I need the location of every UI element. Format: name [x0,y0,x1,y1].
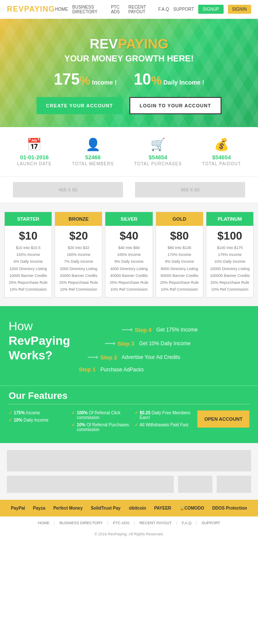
feature-ref-click: ✓ 100% Of Referral Click commission [71,410,130,420]
hero-stats: 175% Income ! 10% Daily Income ! [9,70,249,88]
signup-button[interactable]: SIGNUP [198,5,223,14]
plan-gold-features: $80 Into $136170% Income9% Daily Income8… [156,244,203,293]
plan-starter: STARTER $10 $10 Into $15.5155% Income6% … [4,212,52,298]
payeer-logo: PAYEER [154,506,171,510]
check-icon-2: ✓ [9,418,12,422]
how-works-section: HowRevPayingWorks? ⟶ Step 4 Get 175% Inc… [0,306,258,386]
check-icon-6: ✓ [135,422,138,427]
divider-1: | [54,521,55,525]
hero-subtitle: YOUR MONEY GROWTH HERE! [9,54,249,64]
plan-silver: SILVER $40 $40 Into $66165% Income8% Dai… [105,212,153,298]
hero-stat-income: 175% Income ! [54,70,117,88]
footer-links: HOME | BUSINESS DIRECTORY | PTC ADS | RE… [0,516,258,529]
bitcoin-logo: ⊙bitcoin [129,506,146,510]
hero-paying: PAYING [118,36,168,52]
plan-gold-price: $80 [156,229,203,243]
check-icon-5: ✓ [135,410,138,415]
pricing-table: STARTER $10 $10 Into $15.5155% Income6% … [4,212,254,298]
stat-purchases: 🛒 $54654 TOTAL PURCHASES [134,137,182,166]
stat-purchases-val: $54654 [134,154,182,161]
stat-members: 👤 52466 TOTAL MEMBERS [72,137,114,166]
features-col1: ✓ 175% Income ✓ 10% Daily Income [9,410,67,425]
feature-free-earn-val: $0.20 Daily Free Members Earn! [140,410,193,420]
plan-silver-features: $40 Into $66165% Income8% Daily Income40… [105,244,152,293]
footer-home[interactable]: HOME [38,521,49,525]
step1: Step 1 Purchase AdPacks [79,366,249,373]
plan-platinum-header: PLATINUM [206,212,253,226]
plan-gold-header: GOLD [156,212,203,226]
feature-income-val: 175% Income [14,410,40,415]
footer-copyright: © 2016 RevPaying. All Rights Reserved. [0,529,258,539]
stat-income-pct: % [80,74,90,87]
divider-5: | [196,521,197,525]
calendar-icon: 📅 [17,137,52,152]
nav-payout[interactable]: RECENT PAYOUT [129,5,154,14]
divider-3: | [134,521,135,525]
step4-desc: Get 175% Income [155,327,197,333]
step2-label: Step 2 [100,354,117,361]
step2: ⟶ Step 2 Advertise Your Ad Credits [87,352,249,362]
stat-daily-lbl: Daily Income ! [163,79,204,86]
paypal-logo: PayPal [11,506,25,510]
footer-ptcads[interactable]: PTC ADS [113,521,129,525]
brand-rev: REV [7,5,24,13]
nav-ptcads[interactable]: PTC ADS [111,5,124,14]
stats-row: 📅 01-01-2016 LAUNCH DATE 👤 52466 TOTAL M… [0,127,258,177]
stat-paidout-val: $54654 [202,154,241,161]
feature-withdrawals: ✓ All Withdrawals Paid Fast [135,422,193,427]
brand-logo: REVPAYING [7,5,55,14]
create-account-button[interactable]: CREATE YOUR ACCOUNT [37,97,123,114]
step3-label: Step 3 [117,340,134,347]
plan-bronze-features: $20 Into $32160% Income7% Daily Income20… [55,244,102,293]
stat-members-lbl: TOTAL MEMBERS [72,161,114,166]
features-grid: ✓ 175% Income ✓ 10% Daily Income ✓ 100% … [9,410,249,434]
plan-gold: GOLD $80 $80 Into $136170% Income9% Dail… [156,212,203,298]
feature-daily: ✓ 10% Daily Income [9,418,67,422]
payza-logo: Payza [33,506,45,510]
plan-starter-price: $10 [5,229,52,243]
step2-desc: Advertise Your Ad Credits [120,354,180,360]
step3-desc: Get 10% Daily Income [138,340,190,346]
features-section: Our Features ✓ 175% Income ✓ 10% Daily I… [0,386,258,443]
ddos-logo: DDOS Protection [212,506,247,510]
stat-launch: 📅 01-01-2016 LAUNCH DATE [17,137,52,166]
feature-free-earn: ✓ $0.20 Daily Free Members Earn! [135,410,193,420]
signin-button[interactable]: SIGNIN [228,5,251,14]
login-button[interactable]: LOGIN TO YOUR ACCOUNT [129,97,221,114]
paidout-icon: 💰 [202,137,241,152]
features-title: Our Features [9,390,249,404]
step3: ⟶ Step 3 Get 10% Daily Income [104,339,249,348]
ad-banner-2: 468 X 60 [135,182,245,197]
footer-support[interactable]: SUPPORT [202,521,220,525]
hero-buttons: CREATE YOUR ACCOUNT LOGIN TO YOUR ACCOUN… [9,97,249,114]
footer-faq[interactable]: F.A.Q [182,521,192,525]
plan-platinum-features: $100 Into $175175% Income10% Daily Incom… [206,244,253,293]
plan-silver-price: $40 [105,229,152,243]
nav-support[interactable]: SUPPORT [173,7,194,12]
how-title: HowRevPayingWorks? [9,319,70,362]
footer-directory[interactable]: BUSINESS DIRECTORY [59,521,103,525]
nav-faq[interactable]: F.A.Q [158,7,169,12]
brand-paying: PAYING [24,5,55,13]
step4-arrow: ⟶ [122,325,133,334]
open-account-button[interactable]: OPEN ACCOUNT [197,410,249,428]
divider-2: | [108,521,108,525]
divider-4: | [176,521,177,525]
stat-purchases-lbl: TOTAL PURCHASES [134,161,182,166]
ad-row: 468 X 60 468 X 60 [0,177,258,203]
feature-ref-purchase: ✓ 10% Of Referral Purchases commission [71,422,130,432]
footer-payout[interactable]: RECENT PAYOUT [139,521,172,525]
plan-starter-header: STARTER [5,212,52,226]
step3-arrow: ⟶ [104,339,116,348]
pricing-section: STARTER $10 $10 Into $15.5155% Income6% … [0,203,258,306]
feature-daily-val: 10% Daily Income [14,418,49,422]
bottom-ad-sq1 [178,476,212,493]
bottom-ad-left [7,476,174,493]
navbar: REVPAYING HOME BUSINESS DIRECTORY PTC AD… [0,0,258,19]
step1-label: Step 1 [79,366,95,373]
stat-launch-lbl: LAUNCH DATE [17,161,52,166]
nav-directory[interactable]: BUSINESS DIRECTORY [72,5,107,14]
stat-paidout: 💰 $54654 TOTAL PAIDOUT [202,137,241,166]
nav-home[interactable]: HOME [55,7,68,12]
feature-withdrawals-val: All Withdrawals Paid Fast [140,422,188,427]
